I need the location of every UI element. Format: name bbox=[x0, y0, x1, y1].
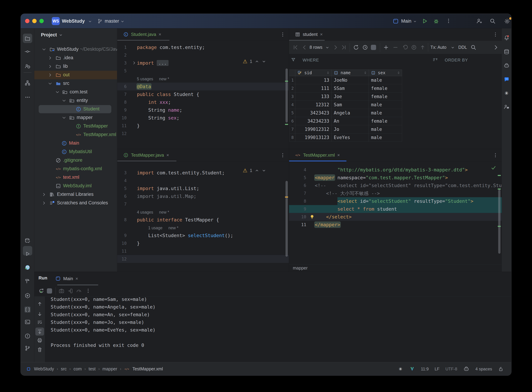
file-encoding[interactable]: UTF-8 bbox=[445, 367, 457, 371]
caret-position[interactable]: 11:9 bbox=[421, 367, 429, 371]
lock-open-icon[interactable] bbox=[498, 366, 504, 372]
hammer-icon[interactable] bbox=[24, 278, 31, 284]
next-problem-icon[interactable] bbox=[262, 59, 266, 64]
code-line[interactable]: 12 bbox=[117, 130, 289, 137]
close-tab-icon[interactable]: × bbox=[337, 152, 340, 158]
sort-toggle-icon[interactable] bbox=[363, 71, 367, 75]
chevron-right-icon[interactable] bbox=[42, 201, 46, 205]
prev-page-icon[interactable] bbox=[301, 44, 308, 51]
code-line[interactable]: 8 <select id="selectStudent" resultType=… bbox=[289, 197, 502, 205]
tree-item-testmapper-xml[interactable]: </>TestMapper.xml bbox=[34, 131, 117, 139]
console-output[interactable]: Student(xxx=0, name=Joe, sex=female)Stud… bbox=[45, 295, 511, 363]
close-tab-icon[interactable]: × bbox=[159, 32, 161, 37]
code-line[interactable]: 5 usagesnew * bbox=[117, 75, 289, 83]
code-line[interactable]: 5import java.util.List; bbox=[117, 185, 289, 192]
search-everywhere-icon[interactable] bbox=[489, 18, 496, 24]
chat-icon[interactable] bbox=[504, 76, 510, 83]
tree-item-out[interactable]: out bbox=[34, 71, 117, 79]
first-page-icon[interactable] bbox=[292, 44, 299, 51]
code-line[interactable]: 11</mapper> bbox=[289, 221, 502, 229]
editor-scrollbar[interactable] bbox=[498, 190, 500, 254]
cell-name[interactable]: Joe bbox=[331, 93, 369, 101]
cell-sex[interactable]: male bbox=[369, 109, 402, 117]
chevron-down-icon[interactable] bbox=[42, 47, 46, 52]
tree-item-webstudy-iml[interactable]: WebStudy.iml bbox=[34, 182, 117, 190]
row-number[interactable]: 2 bbox=[289, 84, 295, 93]
code-line[interactable]: 8public interface TestMapper { bbox=[117, 216, 289, 224]
row-number[interactable]: 7 bbox=[289, 125, 295, 133]
submit-icon[interactable] bbox=[411, 44, 417, 51]
line-separator[interactable]: LF bbox=[435, 367, 439, 371]
db-check-icon[interactable] bbox=[24, 238, 31, 244]
tree-item-entity[interactable]: entity bbox=[34, 96, 117, 105]
terminal-icon[interactable] bbox=[24, 319, 31, 325]
breadcrumb-item[interactable]: com bbox=[74, 366, 82, 371]
cell-sex[interactable]: male bbox=[369, 125, 402, 133]
tree-item-mybatis-config-xml[interactable]: </>mybatis-config.xml bbox=[34, 165, 117, 173]
commit-icon[interactable] bbox=[24, 48, 31, 55]
tree-item-scratches-and-consoles[interactable]: Scratches and Consoles bbox=[34, 199, 117, 207]
structure-icon[interactable] bbox=[24, 80, 31, 86]
order-by-field[interactable]: ORDER BY bbox=[445, 58, 468, 63]
column-header-sex[interactable]: asex bbox=[369, 70, 402, 76]
tree-item--gitignore[interactable]: .gitignore bbox=[34, 156, 117, 165]
cell-name[interactable]: Jo bbox=[331, 125, 369, 133]
db-options-kebab-icon[interactable] bbox=[492, 32, 498, 37]
scroll-to-end-icon[interactable] bbox=[37, 329, 43, 335]
code-line[interactable]: 4 usagesnew * bbox=[117, 208, 289, 216]
tree-item-testmapper[interactable]: ITestMapper bbox=[34, 122, 117, 131]
indent-style[interactable]: 4 spaces bbox=[475, 367, 492, 371]
chevron-down-icon[interactable] bbox=[55, 90, 60, 94]
inspections-widget[interactable]: ⚠1 bbox=[243, 168, 266, 173]
search-icon[interactable] bbox=[470, 44, 477, 51]
code-line[interactable]: 2 bbox=[117, 51, 289, 59]
code-line[interactable]: 9 String name; bbox=[117, 106, 289, 114]
tree-item-text-xml[interactable]: </>text.xml bbox=[34, 173, 117, 182]
code-line[interactable]: 4 bbox=[117, 177, 289, 185]
tree-item-src[interactable]: src bbox=[34, 79, 117, 88]
services-icon[interactable] bbox=[24, 293, 31, 299]
run-config-selector[interactable]: Main bbox=[401, 14, 411, 28]
code-line[interactable]: 9 select * from student bbox=[289, 205, 502, 213]
tab-testmapper-xml[interactable]: </> TestMapper.xml × bbox=[289, 149, 344, 161]
column-header-sid[interactable]: sid bbox=[295, 70, 331, 76]
where-clause-field[interactable]: WHERE bbox=[303, 58, 319, 63]
chevron-down-icon[interactable] bbox=[62, 98, 66, 103]
cell-sid[interactable]: 34234233 bbox=[295, 117, 331, 125]
editor-scrollbar[interactable] bbox=[285, 181, 288, 257]
code-with-me-icon[interactable] bbox=[504, 104, 510, 110]
code-line[interactable]: 7 <!-- 大小写不敏感 --> bbox=[289, 189, 502, 197]
code-line[interactable]: 10 String sex; bbox=[117, 114, 289, 122]
close-tab-icon[interactable]: × bbox=[166, 152, 169, 158]
code-line[interactable]: 5 bbox=[117, 67, 289, 75]
code-line[interactable]: 8 int xxx; bbox=[117, 98, 289, 106]
code-line[interactable]: 1package com.test.entity; bbox=[117, 43, 289, 51]
chevron-right-icon[interactable] bbox=[48, 73, 52, 77]
column-header-name[interactable]: aname bbox=[331, 70, 369, 76]
code-line[interactable]: 1 usagenew * bbox=[117, 224, 289, 232]
row-number[interactable]: 4 bbox=[289, 101, 295, 109]
editor-scrollbar[interactable] bbox=[285, 69, 288, 122]
usage-info-icon[interactable]: ? bbox=[24, 63, 31, 69]
run-button[interactable] bbox=[421, 18, 428, 24]
debug-button[interactable] bbox=[433, 18, 439, 24]
code-line[interactable]: 10 </select> bbox=[289, 213, 502, 221]
tx-mode-selector[interactable]: Tx: Auto bbox=[430, 45, 447, 50]
branch-widget[interactable]: master bbox=[105, 14, 119, 28]
tree-item-lib[interactable]: lib bbox=[34, 62, 117, 71]
code-line[interactable]: 11} bbox=[117, 122, 289, 130]
revert-icon[interactable] bbox=[401, 44, 408, 51]
close-tab-icon[interactable]: × bbox=[75, 276, 78, 281]
row-number[interactable]: 6 bbox=[289, 117, 295, 125]
print-icon[interactable] bbox=[37, 337, 43, 343]
cell-name[interactable]: An bbox=[331, 117, 369, 125]
code-line[interactable]: 6<!-- <select id="selectStudent" resultT… bbox=[289, 182, 502, 189]
cell-name[interactable]: SSam bbox=[331, 84, 369, 93]
ai-robot-icon[interactable] bbox=[504, 63, 510, 69]
tab-student-java[interactable]: C Student.java × bbox=[117, 28, 166, 40]
tree-item-external-libraries[interactable]: External Libraries bbox=[34, 190, 117, 199]
cell-sex[interactable]: male bbox=[369, 133, 402, 142]
row-number[interactable]: 3 bbox=[289, 93, 295, 101]
cell-sid[interactable]: 199012312 bbox=[295, 125, 331, 133]
notifications-bell-icon[interactable] bbox=[504, 35, 510, 41]
